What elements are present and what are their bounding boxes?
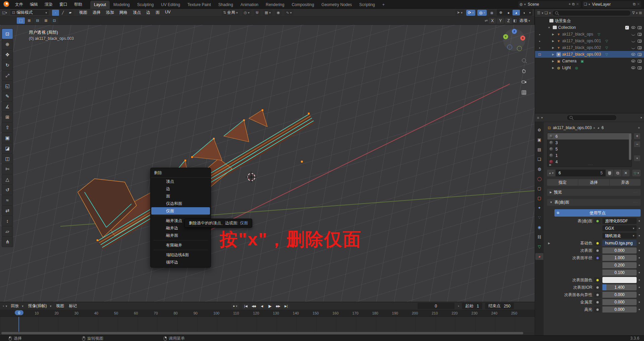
property-field[interactable]: humuD.tga.png xyxy=(602,240,637,246)
viewport-canvas[interactable]: 用户透视 (局部) (0) ak117_black_ops.003 ⊡⊕✥↻⤢◱… xyxy=(0,25,535,302)
viewport-menu[interactable]: 添加 xyxy=(103,10,117,15)
pin-icon[interactable]: ⌖ xyxy=(638,126,640,130)
surface-panel-header[interactable]: ▼ 表(曲)面 ···· xyxy=(547,199,641,206)
workspace-tab[interactable]: Scripting xyxy=(356,1,379,9)
disclosure-triangle[interactable]: ▶ xyxy=(551,46,555,49)
select-mode-button[interactable]: ⊟ xyxy=(34,17,42,24)
object-name[interactable]: ak117_black_ops xyxy=(562,32,593,37)
hidden-eye-icon[interactable] xyxy=(631,39,636,43)
vertex-select-button[interactable]: ∙ xyxy=(52,10,59,16)
hidden-eye-icon[interactable] xyxy=(631,45,636,50)
gizmo-z-axis[interactable]: Z xyxy=(512,29,517,34)
object-name[interactable]: Camera xyxy=(562,59,577,63)
tool-button[interactable]: ▱ xyxy=(2,226,13,236)
tool-button[interactable]: ≈ xyxy=(2,195,13,205)
properties-tab[interactable]: ⚙ xyxy=(535,127,543,133)
properties-tab[interactable]: ❏ xyxy=(535,156,543,163)
mesh-data-dropdown[interactable]: ▽▾ xyxy=(632,170,641,176)
prev-keyframe-button[interactable]: ◀◆ xyxy=(250,303,258,309)
grid-ortho-icon[interactable] xyxy=(521,89,527,96)
shading-options-dropdown[interactable]: ▾ xyxy=(528,10,532,15)
new-copy-icon[interactable]: ⧉ xyxy=(572,2,575,6)
property-field[interactable]: 0.000 xyxy=(602,299,637,305)
timeline-scrollbar[interactable] xyxy=(1,332,523,334)
workspace-tab[interactable]: Rendering xyxy=(262,1,288,9)
edge-select-button[interactable]: ╱ xyxy=(59,10,66,16)
socket-box[interactable] xyxy=(594,240,601,246)
camera-view-icon[interactable] xyxy=(521,78,527,85)
hide-eye-icon[interactable] xyxy=(631,59,636,63)
navigation-gizmo[interactable]: Z Y X xyxy=(503,29,525,51)
disclosure-triangle[interactable]: ▶ xyxy=(551,53,555,56)
properties-tab[interactable]: ▽ xyxy=(535,243,543,250)
context-menu-item[interactable]: 边 xyxy=(151,185,210,192)
pan-hand-icon[interactable] xyxy=(521,68,527,74)
options-dropdown[interactable]: 选项▾ xyxy=(518,18,532,24)
new-collection-icon[interactable]: ⊞ xyxy=(639,11,642,15)
viewlayer-selector[interactable]: ❏▾ ViewLayer ⧉ ✕ xyxy=(583,1,641,8)
socket-box[interactable] xyxy=(594,299,601,305)
hide-eye-icon[interactable] xyxy=(631,52,636,57)
outliner-row[interactable]: ● ⊡ ▶ ak117_black_ops ▽ ▣ ◎ ✓ xyxy=(535,31,644,38)
filter-icon[interactable]: ∇ xyxy=(632,11,635,15)
proportional-edit-toggle[interactable]: ◉ xyxy=(275,10,282,16)
outliner-row[interactable]: ● ⊡ ▶ ak117_black_ops.002 ▽ ▣ ◎ ✓ xyxy=(535,44,644,51)
property-field[interactable]: 随机游走 xyxy=(602,233,637,239)
tool-button[interactable]: ◱ xyxy=(2,81,13,91)
disable-render-icon[interactable] xyxy=(637,45,642,50)
material-slot[interactable]: 1 xyxy=(547,152,632,159)
jump-end-button[interactable]: ▶| xyxy=(282,303,290,309)
tool-button[interactable]: ✄ xyxy=(2,164,13,174)
outliner-row[interactable]: ● ⊡ ▼ Collection ▽ ▣ ◎ ✓ xyxy=(535,24,644,31)
new-copy-icon[interactable]: ⧉ xyxy=(633,2,636,6)
use-preview-range-icon[interactable]: ◔ xyxy=(457,304,460,308)
property-field[interactable]: 0.000 xyxy=(602,306,637,312)
socket-box[interactable] xyxy=(594,218,601,224)
context-menu-item[interactable]: 仅边和面 xyxy=(151,200,210,207)
outliner-row[interactable]: ● ⊡ ▶ ak117_black_ops.003 ▽ ▣ ◎ ✓ xyxy=(535,51,644,58)
workspace-tab[interactable]: UV Editing xyxy=(157,1,184,9)
face-select-button[interactable]: ▰ xyxy=(67,10,74,16)
disable-render-icon[interactable] xyxy=(637,52,642,57)
hide-eye-icon[interactable] xyxy=(631,25,636,30)
timeline-menu[interactable]: 视图▾ xyxy=(54,303,66,309)
context-menu-item[interactable]: 顶点 xyxy=(151,178,210,185)
workspace-tab[interactable]: Layout xyxy=(90,1,110,9)
topbar-menu[interactable]: 窗口 xyxy=(56,0,71,9)
tool-button[interactable]: ↕ xyxy=(2,216,13,226)
topbar-menu[interactable]: 文件 xyxy=(12,0,26,9)
hidden-eye-icon[interactable] xyxy=(631,32,636,37)
frame-end-field[interactable]: 结束点250 xyxy=(485,303,514,309)
assign-action-button[interactable]: 弃选 xyxy=(610,179,641,186)
socket-box[interactable] xyxy=(594,255,601,261)
object-name[interactable]: ak117_black_ops.003 xyxy=(562,52,601,57)
overlays-toggle[interactable]: ◎▾ xyxy=(477,10,487,16)
pin-icon[interactable]: ⌖ xyxy=(569,2,571,6)
expand-triangle[interactable]: ▶ xyxy=(547,242,551,245)
context-menu-item[interactable]: 塌陷边线&面 xyxy=(151,251,210,259)
tool-button[interactable]: ↻ xyxy=(2,60,13,70)
workspace-tab[interactable]: Animation xyxy=(237,1,262,9)
selectability-dropdown[interactable]: ➤▾ xyxy=(455,10,464,16)
context-menu-item[interactable] xyxy=(153,250,208,250)
users-count[interactable]: 5 xyxy=(600,171,603,175)
current-frame-field[interactable]: 0 xyxy=(418,303,454,309)
disclosure-triangle[interactable]: ▶ xyxy=(551,60,555,63)
tool-button[interactable]: ∡ xyxy=(2,102,13,112)
orientation-dropdown[interactable]: ⇅全局▾ xyxy=(221,10,239,16)
mirror-axis-button[interactable]: X xyxy=(489,18,496,24)
timeline-menu[interactable]: 标记▾ xyxy=(66,303,79,309)
tool-button[interactable]: ▣ xyxy=(2,133,13,143)
select-mode-button[interactable]: ⊡ xyxy=(50,17,58,24)
object-name[interactable]: 场景集合 xyxy=(555,18,571,24)
properties-tab[interactable]: ◯ xyxy=(535,175,543,182)
zoom-icon[interactable] xyxy=(521,57,527,64)
gizmo-x-axis[interactable]: X xyxy=(520,36,525,41)
shading-wireframe-button[interactable]: ⊕ xyxy=(497,10,504,15)
outliner-row[interactable]: ● ⊡ 场景集合 ▽ ▣ ◎ ✓ xyxy=(535,17,644,24)
viewport-menu[interactable]: UV xyxy=(162,10,173,15)
properties-tab[interactable]: ⛓ xyxy=(535,234,543,240)
topbar-menu[interactable]: 编辑 xyxy=(26,0,41,9)
gizmo-y-axis[interactable]: Y xyxy=(503,34,508,39)
context-menu-item[interactable] xyxy=(153,216,208,216)
